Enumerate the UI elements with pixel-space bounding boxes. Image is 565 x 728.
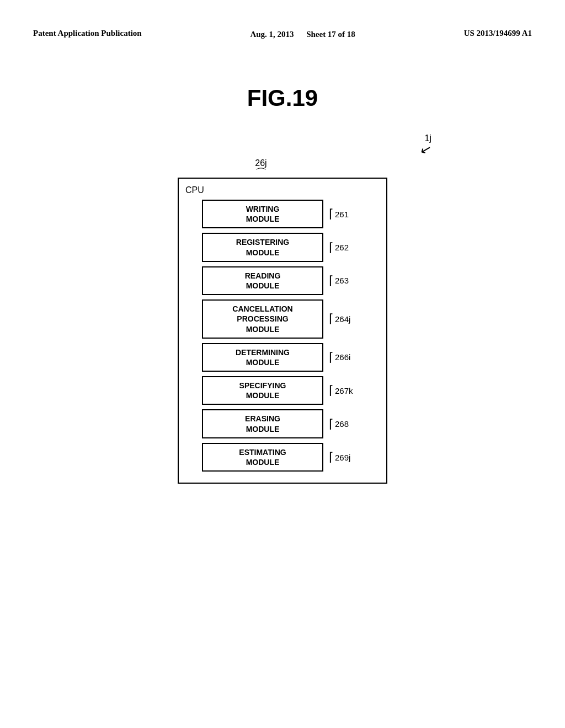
brace-connector: ⌈ xyxy=(329,275,334,287)
module-row: CANCELLATIONPROCESSINGMODULE⌈264j xyxy=(185,299,380,339)
brace-connector: ⌈ xyxy=(329,451,334,463)
cpu-box: CPU WRITINGMODULE⌈261REGISTERINGMODULE⌈2… xyxy=(178,178,387,484)
header-patent-number: US 2013/194699 A1 xyxy=(464,28,532,39)
module-ref-3: ⌈264j xyxy=(328,313,350,325)
brace-connector: ⌈ xyxy=(329,242,334,254)
module-row: ESTIMATINGMODULE⌈269j xyxy=(185,443,380,472)
module-row: READINGMODULE⌈263 xyxy=(185,266,380,295)
header: Patent Application Publication Aug. 1, 2… xyxy=(0,0,565,52)
module-ref-0: ⌈261 xyxy=(328,208,349,220)
brace-connector: ⌈ xyxy=(329,351,334,363)
ref-1j-brace: ↙ xyxy=(419,142,433,157)
figure-title: FIG.19 xyxy=(0,85,565,111)
module-row: WRITINGMODULE⌈261 xyxy=(185,200,380,228)
module-ref-4: ⌈266i xyxy=(328,351,350,363)
module-box-2: READINGMODULE xyxy=(202,266,323,295)
brace-connector: ⌈ xyxy=(329,384,334,397)
module-ref-7: ⌈269j xyxy=(328,451,350,463)
module-box-7: ESTIMATINGMODULE xyxy=(202,443,323,472)
module-box-1: REGISTERINGMODULE xyxy=(202,233,323,261)
module-box-0: WRITINGMODULE xyxy=(202,200,323,228)
page: Patent Application Publication Aug. 1, 2… xyxy=(0,0,565,728)
module-row: REGISTERINGMODULE⌈262 xyxy=(185,233,380,261)
module-ref-5: ⌈267k xyxy=(328,384,353,397)
header-sheet: Sheet 17 of 18 xyxy=(306,30,355,39)
header-publication-label: Patent Application Publication xyxy=(33,28,142,39)
module-ref-2: ⌈263 xyxy=(328,275,349,287)
brace-connector: ⌈ xyxy=(329,418,334,430)
module-ref-1: ⌈262 xyxy=(328,242,349,254)
header-date: Aug. 1, 2013 xyxy=(250,30,294,39)
module-box-5: SPECIFYINGMODULE xyxy=(202,376,323,405)
brace-connector: ⌈ xyxy=(329,208,334,220)
ref-26j-container: 26j ⌒ xyxy=(255,158,267,179)
module-row: ERASINGMODULE⌈268 xyxy=(185,409,380,438)
modules-container: WRITINGMODULE⌈261REGISTERINGMODULE⌈262RE… xyxy=(185,200,380,472)
diagram-inner: 1j ↙ 26j ⌒ CPU WRITINGMODULE⌈261REGISTER… xyxy=(145,128,420,484)
cpu-outer: CPU WRITINGMODULE⌈261REGISTERINGMODULE⌈2… xyxy=(145,178,420,484)
brace-connector: ⌈ xyxy=(329,313,334,325)
module-row: DETERMININGMODULE⌈266i xyxy=(185,343,380,372)
diagram-container: 1j ↙ 26j ⌒ CPU WRITINGMODULE⌈261REGISTER… xyxy=(0,128,565,484)
ref-1j-container: 1j ↙ xyxy=(418,133,431,156)
module-box-4: DETERMININGMODULE xyxy=(202,343,323,372)
module-box-6: ERASINGMODULE xyxy=(202,409,323,438)
cpu-label: CPU xyxy=(185,185,380,195)
module-box-3: CANCELLATIONPROCESSINGMODULE xyxy=(202,299,323,339)
module-ref-6: ⌈268 xyxy=(328,418,349,430)
header-center: Aug. 1, 2013 Sheet 17 of 18 xyxy=(250,28,355,41)
module-row: SPECIFYINGMODULE⌈267k xyxy=(185,376,380,405)
